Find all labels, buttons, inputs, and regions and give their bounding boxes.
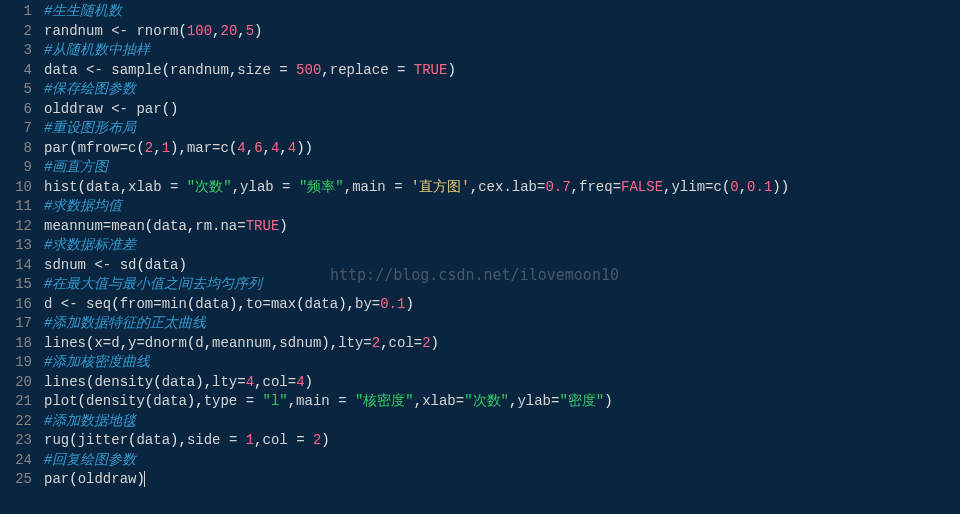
code-token: data: [305, 296, 339, 312]
code-token: 4: [296, 374, 304, 390]
code-line[interactable]: #求数据均值: [44, 197, 960, 217]
code-line[interactable]: d <- seq(from=min(data),to=max(data),by=…: [44, 295, 960, 315]
code-token: side: [187, 432, 229, 448]
code-token: type: [204, 393, 246, 409]
code-token: dnorm: [145, 335, 187, 351]
code-editor[interactable]: 1234567891011121314151617181920212223242…: [0, 0, 960, 514]
code-line[interactable]: #从随机数中抽样: [44, 41, 960, 61]
code-token: #保存绘图参数: [44, 81, 136, 97]
code-line[interactable]: #求数据标准差: [44, 236, 960, 256]
code-token: randnum: [44, 23, 111, 39]
code-token: 100: [187, 23, 212, 39]
code-line[interactable]: #添加数据特征的正太曲线: [44, 314, 960, 334]
line-number: 6: [4, 100, 32, 120]
code-token: 0: [730, 179, 738, 195]
code-token: "l": [262, 393, 287, 409]
code-token: =: [397, 62, 414, 78]
code-line[interactable]: hist(data,xlab = "次数",ylab = "频率",main =…: [44, 178, 960, 198]
code-token: <-: [94, 257, 119, 273]
line-number: 21: [4, 392, 32, 412]
code-token: #从随机数中抽样: [44, 42, 150, 58]
line-number: 13: [4, 236, 32, 256]
code-token: ,: [470, 179, 478, 195]
code-token: data: [44, 62, 86, 78]
line-number: 16: [4, 295, 32, 315]
code-line[interactable]: par(mfrow=c(2,1),mar=c(4,6,4,4)): [44, 139, 960, 159]
code-line[interactable]: lines(density(data),lty=4,col=4): [44, 373, 960, 393]
code-token: )): [296, 140, 313, 156]
code-line[interactable]: meannum=mean(data,rm.na=TRUE): [44, 217, 960, 237]
code-token: min: [162, 296, 187, 312]
code-line[interactable]: randnum <- rnorm(100,20,5): [44, 22, 960, 42]
code-line[interactable]: #生生随机数: [44, 2, 960, 22]
line-number: 1: [4, 2, 32, 22]
code-area[interactable]: #生生随机数randnum <- rnorm(100,20,5)#从随机数中抽样…: [40, 0, 960, 514]
code-token: density: [86, 393, 145, 409]
code-token: ,: [237, 23, 245, 39]
code-line[interactable]: lines(x=d,y=dnorm(d,meannum,sdnum),lty=2…: [44, 334, 960, 354]
code-token: main: [352, 179, 394, 195]
code-token: 500: [296, 62, 321, 78]
code-line[interactable]: #添加核密度曲线: [44, 353, 960, 373]
code-token: density: [94, 374, 153, 390]
code-token: =: [279, 62, 296, 78]
line-number: 2: [4, 22, 32, 42]
code-token: plot: [44, 393, 78, 409]
code-token: data: [195, 296, 229, 312]
code-line[interactable]: olddraw <- par(): [44, 100, 960, 120]
code-token: (: [162, 62, 170, 78]
code-token: 2: [145, 140, 153, 156]
code-token: #添加数据特征的正太曲线: [44, 315, 206, 331]
code-token: ,: [195, 393, 203, 409]
code-token: '直方图': [411, 179, 470, 195]
line-number: 8: [4, 139, 32, 159]
code-line[interactable]: data <- sample(randnum,size = 500,replac…: [44, 61, 960, 81]
code-token: data: [153, 218, 187, 234]
code-token: =: [263, 296, 271, 312]
code-token: d: [111, 335, 119, 351]
code-token: =: [363, 335, 371, 351]
code-token: #求数据均值: [44, 198, 122, 214]
code-token: (: [69, 471, 77, 487]
code-token: (: [136, 140, 144, 156]
code-token: =: [394, 179, 411, 195]
code-line[interactable]: #在最大值与最小值之间去均匀序列: [44, 275, 960, 295]
code-line[interactable]: sdnum <- sd(data): [44, 256, 960, 276]
code-line[interactable]: rug(jitter(data),side = 1,col = 2): [44, 431, 960, 451]
code-token: =: [153, 296, 161, 312]
code-token: (): [162, 101, 179, 117]
code-line[interactable]: #保存绘图参数: [44, 80, 960, 100]
code-token: ,: [178, 432, 186, 448]
code-line[interactable]: #添加数据地毯: [44, 412, 960, 432]
code-line[interactable]: #回复绘图参数: [44, 451, 960, 471]
code-token: <-: [86, 62, 111, 78]
code-token: 0.1: [380, 296, 405, 312]
line-number: 19: [4, 353, 32, 373]
code-token: (: [145, 218, 153, 234]
code-token: x: [94, 335, 102, 351]
code-token: )): [772, 179, 789, 195]
code-token: to: [246, 296, 263, 312]
line-number: 4: [4, 61, 32, 81]
code-token: ): [338, 296, 346, 312]
code-token: =: [237, 218, 245, 234]
code-token: =: [282, 179, 299, 195]
line-number: 18: [4, 334, 32, 354]
code-line[interactable]: plot(density(data),type = "l",main = "核密…: [44, 392, 960, 412]
code-token: (: [78, 393, 86, 409]
code-token: col: [263, 374, 288, 390]
code-token: #添加数据地毯: [44, 413, 136, 429]
code-line[interactable]: par(olddraw): [44, 470, 960, 490]
code-token: lines: [44, 374, 86, 390]
line-number: 22: [4, 412, 32, 432]
code-token: ): [321, 335, 329, 351]
line-number: 7: [4, 119, 32, 139]
code-line[interactable]: #画直方图: [44, 158, 960, 178]
code-token: mean: [111, 218, 145, 234]
code-token: ): [447, 62, 455, 78]
code-token: olddraw: [78, 471, 137, 487]
code-token: <-: [61, 296, 86, 312]
code-token: 1: [246, 432, 254, 448]
code-line[interactable]: #重设图形布局: [44, 119, 960, 139]
code-token: xlab: [422, 393, 456, 409]
